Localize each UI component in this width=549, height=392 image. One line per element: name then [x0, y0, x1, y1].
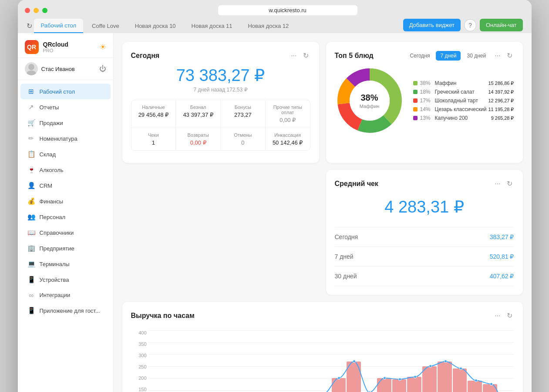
user-info: Стас Иванов	[25, 62, 75, 75]
tab-new-board-12[interactable]: Новая доска 12	[241, 19, 296, 33]
minimize-dot[interactable]	[34, 8, 39, 13]
avg-refresh-btn[interactable]: ↻	[505, 179, 514, 189]
browser-controls	[25, 5, 525, 15]
bar-col	[241, 330, 255, 392]
bar-col	[438, 330, 452, 392]
bar-col	[211, 330, 225, 392]
staff-icon: 👥	[27, 213, 35, 221]
today-widget: Сегодня ··· ↻ 73 383,27 ₽ 7 дней назад 1…	[122, 42, 319, 163]
add-widget-button[interactable]: Добавить виджет	[403, 19, 461, 31]
today-more-btn[interactable]: ···	[289, 51, 298, 61]
tab-dashboard[interactable]: Рабочий стол	[34, 19, 84, 33]
bar-col	[256, 330, 270, 392]
tab-new-board-11[interactable]: Новая доска 11	[185, 19, 239, 33]
dashboard-grid: Сегодня ··· ↻ 73 383,27 ₽ 7 дней назад 1…	[122, 42, 523, 392]
revenue-chart-header: Выручка по часам ··· ↻	[131, 311, 514, 321]
stat-encashment: Инкассация 50 142,46 ₽	[266, 128, 310, 150]
top5-more-btn[interactable]: ···	[493, 51, 502, 61]
sidebar-item-label: Предприятие	[40, 245, 74, 252]
y-axis-labels: 400 350 300 250 200 150 100 50 0	[131, 330, 147, 392]
chat-button[interactable]: Онлайн-чат	[480, 19, 523, 31]
help-button[interactable]: ?	[464, 19, 476, 31]
bar-col	[317, 330, 331, 392]
tab-coffe-love[interactable]: Coffe Love	[85, 19, 126, 33]
top5-widget-actions: Сегодня 7 дней 30 дней ··· ↻	[405, 51, 514, 61]
legend-item-greek-salad: 18% Греческий салат 14 397,92 ₽	[413, 88, 514, 96]
bar-col	[301, 330, 316, 392]
svg-point-1	[27, 71, 36, 75]
revenue-more-btn[interactable]: ···	[493, 311, 502, 321]
sidebar-item-directories[interactable]: 📖 Справочники	[20, 225, 111, 240]
avg-more-btn[interactable]: ···	[493, 179, 502, 189]
sidebar-item-warehouse[interactable]: 📋 Склад	[20, 146, 111, 162]
stat-card: Безнал 43 397,37 ₽	[176, 100, 220, 128]
sidebar-item-crm[interactable]: 👤 CRM	[20, 178, 111, 193]
enterprise-icon: 🏢	[27, 244, 35, 252]
fullscreen-dot[interactable]	[42, 8, 47, 13]
stat-cancels: Отмены 0	[221, 128, 265, 150]
sidebar-item-label: Терминалы	[40, 261, 70, 267]
bar-chart-container: 400 350 300 250 200 150 100 50 0	[131, 326, 514, 392]
today-compare: 7 дней назад 172,53 ₽	[131, 87, 310, 93]
sidebar-item-label: Интеграции	[40, 292, 71, 298]
sidebar-item-sales[interactable]: 🛒 Продажи	[20, 115, 111, 131]
sidebar-item-devices[interactable]: 📱 Устройства	[20, 272, 111, 287]
bar-col	[468, 330, 482, 392]
url-input[interactable]	[218, 5, 357, 15]
sidebar-item-label: Отчеты	[40, 104, 59, 111]
bar	[468, 381, 482, 392]
sidebar-item-guest-app[interactable]: 📱 Приложение для гост...	[20, 303, 111, 318]
sidebar-item-finance[interactable]: 💰 Финансы	[20, 193, 111, 209]
sidebar-item-alcohol[interactable]: 🍷 Алкоголь	[20, 162, 111, 178]
bar-col	[195, 330, 210, 392]
bar	[453, 368, 467, 392]
top5-refresh-btn[interactable]: ↻	[505, 51, 514, 61]
sidebar-item-label: Склад	[40, 151, 56, 158]
legend-item-maffin: 38% Маффин 15 286,86 ₽	[413, 79, 514, 88]
revenue-refresh-btn[interactable]: ↻	[505, 311, 514, 321]
sidebar-item-dashboard[interactable]: ⊞ Рабочий стол	[20, 84, 111, 99]
sidebar-header: QR QRcloud PRO ☀	[18, 33, 113, 58]
legend: 38% Маффин 15 286,86 ₽ 18% Греческий сал…	[413, 79, 514, 122]
bar-col	[483, 330, 497, 392]
stat-other-payments: Прочие типы оплат 0,00 ₽	[266, 100, 310, 128]
bar-col	[422, 330, 437, 392]
main-content: Сегодня ··· ↻ 73 383,27 ₽ 7 дней назад 1…	[114, 33, 532, 392]
bar-col	[453, 330, 467, 392]
tab-refresh-btn[interactable]: ↻	[27, 22, 32, 30]
sidebar-item-integrations[interactable]: ∞ Интеграции	[20, 287, 111, 303]
bar	[438, 362, 452, 392]
avg-row-today: Сегодня 383,27 ₽	[335, 227, 514, 247]
directories-icon: 📖	[27, 229, 35, 237]
bar	[407, 377, 421, 392]
brand-name: QRcloud	[43, 41, 68, 48]
period-7days[interactable]: 7 дней	[436, 51, 461, 61]
period-today[interactable]: Сегодня	[405, 51, 434, 61]
theme-toggle-icon[interactable]: ☀	[99, 42, 106, 52]
sidebar-item-terminals[interactable]: 💻 Терминалы	[20, 256, 111, 272]
bar-col	[392, 330, 407, 392]
sidebar-item-enterprise[interactable]: 🏢 Предприятие	[20, 240, 111, 256]
today-refresh-btn[interactable]: ↻	[301, 51, 310, 61]
logout-icon[interactable]: ⏻	[99, 65, 106, 73]
reports-icon: ↗	[27, 103, 35, 111]
stat-returns: Возвраты 0,00 ₽	[176, 128, 220, 150]
brand-info: QR QRcloud PRO	[25, 40, 68, 54]
stat-bonuses: Бонусы 273,27	[221, 100, 265, 128]
brand-logo: QR	[25, 40, 39, 54]
today-widget-header: Сегодня ··· ↻	[131, 51, 310, 61]
tab-new-board-10[interactable]: Новая доска 10	[128, 19, 183, 33]
dashboard-icon: ⊞	[27, 88, 35, 95]
close-dot[interactable]	[25, 8, 30, 13]
devices-icon: 📱	[27, 276, 35, 284]
bar	[347, 362, 361, 392]
sidebar-item-reports[interactable]: ↗ Отчеты	[20, 99, 111, 115]
sidebar-item-staff[interactable]: 👥 Персонал	[20, 209, 111, 225]
bar-col	[226, 330, 240, 392]
avg-row-7days: 7 дней 520,81 ₽	[335, 247, 514, 267]
bar-col	[271, 330, 286, 392]
bar-col	[377, 330, 391, 392]
sidebar-item-nomenclature[interactable]: ✏ Номенклатура	[20, 131, 111, 146]
period-30days[interactable]: 30 дней	[462, 51, 490, 61]
guest-app-icon: 📱	[27, 307, 35, 314]
